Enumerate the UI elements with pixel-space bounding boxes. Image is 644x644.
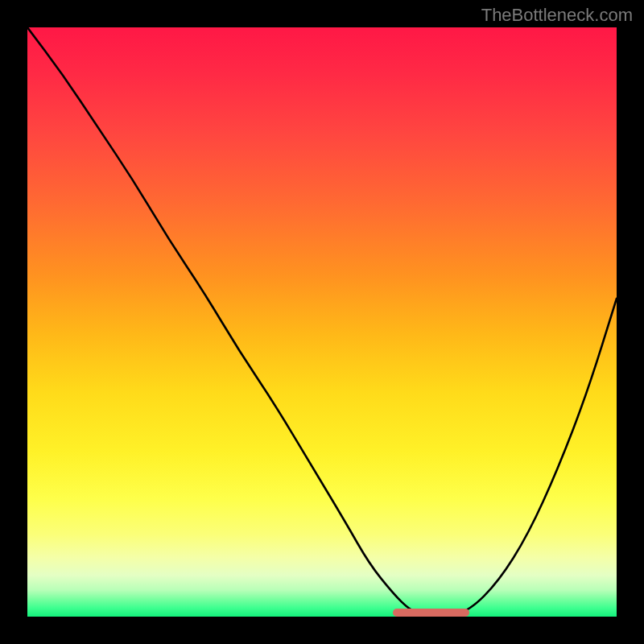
bottleneck-curve	[27, 27, 617, 617]
plot-area	[27, 27, 617, 617]
watermark-text: TheBottleneck.com	[481, 5, 633, 26]
optimal-range-marker	[393, 609, 469, 617]
